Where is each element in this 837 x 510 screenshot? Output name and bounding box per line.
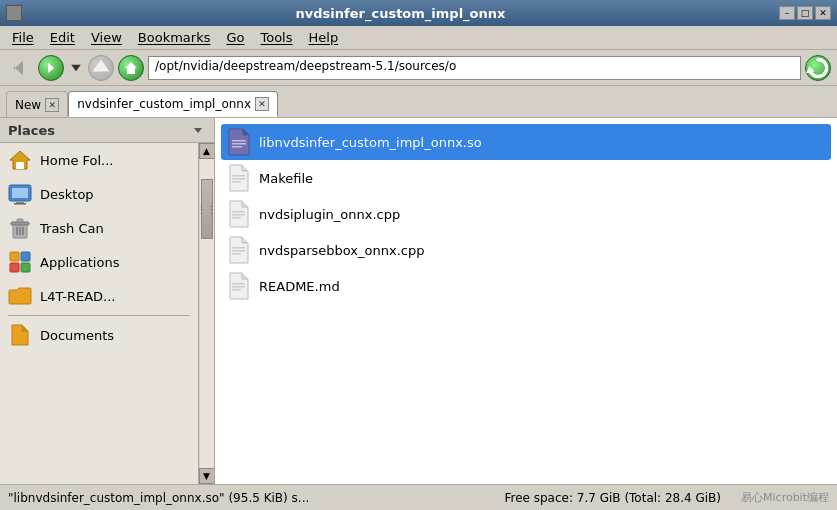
sidebar-item-applications-label: Applications xyxy=(40,255,119,270)
forward-icon xyxy=(44,61,58,75)
window-title: nvdsinfer_custom_impl_onnx xyxy=(22,6,779,21)
scroll-thumb[interactable]: ⋮⋮ xyxy=(201,179,213,239)
home-icon xyxy=(124,61,138,75)
svg-rect-9 xyxy=(16,162,24,169)
sidebar-collapse-icon[interactable] xyxy=(190,122,206,138)
tab-nvdsinfer[interactable]: nvdsinfer_custom_impl_onnx ✕ xyxy=(68,91,278,117)
svg-rect-13 xyxy=(14,203,26,205)
menu-bookmarks[interactable]: Bookmarks xyxy=(130,28,219,47)
sidebar-item-trash[interactable]: Trash Can xyxy=(0,211,198,245)
back-button[interactable] xyxy=(6,54,34,82)
sidebar-item-desktop[interactable]: Desktop xyxy=(0,177,198,211)
menu-view[interactable]: View xyxy=(83,28,130,47)
sidebar-divider xyxy=(8,315,190,316)
refresh-button[interactable] xyxy=(805,55,831,81)
file-item-makefile[interactable]: Makefile xyxy=(221,160,831,196)
svg-rect-31 xyxy=(232,214,245,216)
file-item-readme[interactable]: README.md xyxy=(221,268,831,304)
menu-file[interactable]: File xyxy=(4,28,42,47)
svg-rect-32 xyxy=(232,217,241,219)
status-selected-file: "libnvdsinfer_custom_impl_onnx.so" (95.5… xyxy=(8,491,484,505)
svg-rect-21 xyxy=(21,252,30,261)
svg-rect-26 xyxy=(232,146,242,148)
file-name-so: libnvdsinfer_custom_impl_onnx.so xyxy=(259,135,482,150)
file-name-readme: README.md xyxy=(259,279,340,294)
sidebar-item-l4t-label: L4T-READ... xyxy=(40,289,116,304)
svg-rect-33 xyxy=(232,247,245,249)
menu-go[interactable]: Go xyxy=(218,28,252,47)
close-button[interactable]: ✕ xyxy=(815,6,831,20)
svg-rect-38 xyxy=(232,289,241,291)
file-name-cpp2: nvdsparsebbox_onnx.cpp xyxy=(259,243,424,258)
sidebar-content: Home Fol... Desktop xyxy=(0,143,214,484)
svg-marker-3 xyxy=(71,64,81,70)
cpp-icon-2 xyxy=(227,236,251,264)
file-area: libnvdsinfer_custom_impl_onnx.so Makefil… xyxy=(215,118,837,484)
svg-rect-34 xyxy=(232,250,245,252)
sidebar-item-applications[interactable]: Applications xyxy=(0,245,198,279)
svg-rect-11 xyxy=(12,188,28,198)
home-button[interactable] xyxy=(118,55,144,81)
svg-rect-16 xyxy=(17,219,23,222)
sidebar-item-home-label: Home Fol... xyxy=(40,153,114,168)
sidebar-header: Places xyxy=(0,118,214,143)
svg-rect-23 xyxy=(21,263,30,272)
svg-rect-37 xyxy=(232,286,245,288)
tab-nvdsinfer-label: nvdsinfer_custom_impl_onnx xyxy=(77,97,251,111)
sidebar-title: Places xyxy=(8,123,55,138)
watermark-text: 易心Microbit编程 xyxy=(741,490,829,505)
menu-tools[interactable]: Tools xyxy=(252,28,300,47)
status-free-space: Free space: 7.7 GiB (Total: 28.4 GiB) xyxy=(504,491,721,505)
back-icon xyxy=(9,57,31,79)
scroll-up-button[interactable]: ▲ xyxy=(199,143,215,159)
tab-nvdsinfer-close[interactable]: ✕ xyxy=(255,97,269,111)
file-item-so[interactable]: libnvdsinfer_custom_impl_onnx.so xyxy=(221,124,831,160)
svg-marker-2 xyxy=(48,63,54,73)
sidebar-item-documents-label: Documents xyxy=(40,328,114,343)
statusbar: "libnvdsinfer_custom_impl_onnx.so" (95.5… xyxy=(0,484,837,510)
titlebar: nvdsinfer_custom_impl_onnx – □ ✕ xyxy=(0,0,837,26)
chevron-down-icon xyxy=(68,57,84,79)
sidebar-items-list: Home Fol... Desktop xyxy=(0,143,198,484)
svg-marker-7 xyxy=(194,128,202,133)
tabbar: New ✕ nvdsinfer_custom_impl_onnx ✕ xyxy=(0,86,837,118)
home-folder-icon xyxy=(8,148,32,172)
l4t-folder-icon xyxy=(8,284,32,308)
forward-button[interactable] xyxy=(38,55,64,81)
history-dropdown-button[interactable] xyxy=(68,54,84,82)
window-icon xyxy=(6,5,22,21)
window-controls: – □ ✕ xyxy=(779,6,831,20)
documents-icon xyxy=(8,323,32,347)
sidebar-item-trash-label: Trash Can xyxy=(40,221,104,236)
applications-icon xyxy=(8,250,32,274)
tab-new-close[interactable]: ✕ xyxy=(45,98,59,112)
desktop-icon xyxy=(8,182,32,206)
makefile-icon xyxy=(227,164,251,192)
minimize-button[interactable]: – xyxy=(779,6,795,20)
file-name-cpp1: nvdsiplugin_onnx.cpp xyxy=(259,207,400,222)
sidebar-item-l4t[interactable]: L4T-READ... xyxy=(0,279,198,313)
file-name-makefile: Makefile xyxy=(259,171,313,186)
svg-rect-1 xyxy=(14,66,15,69)
tab-new[interactable]: New ✕ xyxy=(6,91,68,117)
sidebar-scrollbar[interactable]: ▲ ⋮⋮ ▼ xyxy=(198,143,214,484)
toolbar: /opt/nvidia/deepstream/deepstream-5.1/so… xyxy=(0,50,837,86)
svg-marker-4 xyxy=(92,59,109,71)
shared-lib-icon xyxy=(227,128,251,156)
menu-help[interactable]: Help xyxy=(301,28,347,47)
up-button[interactable] xyxy=(88,55,114,81)
menu-edit[interactable]: Edit xyxy=(42,28,83,47)
sidebar-item-documents[interactable]: Documents xyxy=(0,318,198,352)
svg-rect-35 xyxy=(232,253,241,255)
cpp-icon-1 xyxy=(227,200,251,228)
refresh-icon xyxy=(806,56,830,80)
menubar: File Edit View Bookmarks Go Tools Help xyxy=(0,26,837,50)
address-bar[interactable]: /opt/nvidia/deepstream/deepstream-5.1/so… xyxy=(148,56,801,80)
file-item-cpp2[interactable]: nvdsparsebbox_onnx.cpp xyxy=(221,232,831,268)
scroll-down-button[interactable]: ▼ xyxy=(199,468,215,484)
sidebar-item-home[interactable]: Home Fol... xyxy=(0,143,198,177)
svg-rect-22 xyxy=(10,263,19,272)
tab-new-label: New xyxy=(15,98,41,112)
file-item-cpp1[interactable]: nvdsiplugin_onnx.cpp xyxy=(221,196,831,232)
maximize-button[interactable]: □ xyxy=(797,6,813,20)
